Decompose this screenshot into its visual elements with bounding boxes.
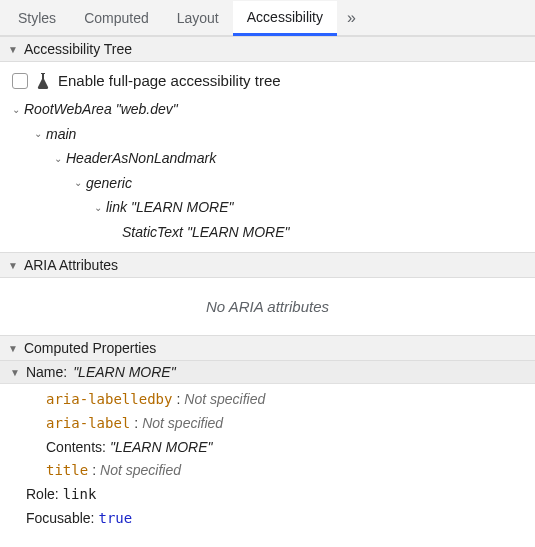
- caret-down-icon: ▼: [8, 343, 18, 354]
- computed-name-row[interactable]: ▼ Name: "LEARN MORE": [0, 361, 535, 384]
- prop-title: title: Not specified: [10, 459, 525, 483]
- accessibility-tree: ⌄ RootWebArea "web.dev" ⌄ main ⌄ HeaderA…: [12, 97, 523, 244]
- tree-node-link[interactable]: ⌄ link "LEARN MORE": [12, 195, 523, 220]
- tree-node-header[interactable]: ⌄ HeaderAsNonLandmark: [12, 146, 523, 171]
- caret-down-icon: ⌄: [54, 150, 62, 168]
- caret-down-icon: ⌄: [12, 101, 20, 119]
- devtools-tabbar: Styles Computed Layout Accessibility »: [0, 0, 535, 36]
- caret-down-icon: ▼: [8, 260, 18, 271]
- section-title: Computed Properties: [24, 340, 156, 356]
- prop-aria-label: aria-label: Not specified: [10, 412, 525, 436]
- caret-down-icon: ▼: [10, 367, 20, 378]
- tab-layout[interactable]: Layout: [163, 0, 233, 35]
- aria-empty-message: No ARIA attributes: [12, 286, 523, 327]
- section-header-accessibility-tree[interactable]: ▼ Accessibility Tree: [0, 36, 535, 62]
- section-header-computed[interactable]: ▼ Computed Properties: [0, 335, 535, 361]
- tab-accessibility[interactable]: Accessibility: [233, 1, 337, 36]
- enable-fullpage-checkbox[interactable]: [12, 73, 28, 89]
- tree-node-main[interactable]: ⌄ main: [12, 122, 523, 147]
- tab-styles[interactable]: Styles: [4, 0, 70, 35]
- computed-name-label: Name:: [26, 364, 67, 380]
- section-title: Accessibility Tree: [24, 41, 132, 57]
- computed-name-value: "LEARN MORE": [73, 364, 176, 380]
- computed-properties-body: aria-labelledby: Not specified aria-labe…: [0, 384, 535, 541]
- section-header-aria[interactable]: ▼ ARIA Attributes: [0, 252, 535, 278]
- flask-icon: [36, 73, 50, 89]
- enable-fullpage-label: Enable full-page accessibility tree: [58, 72, 281, 89]
- tree-node-generic[interactable]: ⌄ generic: [12, 171, 523, 196]
- tree-node-rootwebarea[interactable]: ⌄ RootWebArea "web.dev": [12, 97, 523, 122]
- caret-down-icon: ⌄: [34, 125, 42, 143]
- prop-contents: Contents: "LEARN MORE": [10, 436, 525, 460]
- prop-focusable: Focusable: true: [10, 507, 525, 531]
- aria-body: No ARIA attributes: [0, 278, 535, 335]
- tree-node-statictext[interactable]: StaticText "LEARN MORE": [12, 220, 523, 245]
- caret-down-icon: ⌄: [74, 174, 82, 192]
- prop-role: Role: link: [10, 483, 525, 507]
- accessibility-tree-body: Enable full-page accessibility tree ⌄ Ro…: [0, 62, 535, 252]
- tabs-overflow-button[interactable]: »: [337, 9, 366, 27]
- prop-aria-labelledby: aria-labelledby: Not specified: [10, 388, 525, 412]
- enable-fullpage-row[interactable]: Enable full-page accessibility tree: [12, 70, 523, 97]
- caret-down-icon: ⌄: [94, 199, 102, 217]
- section-title: ARIA Attributes: [24, 257, 118, 273]
- tab-computed[interactable]: Computed: [70, 0, 163, 35]
- caret-down-icon: ▼: [8, 44, 18, 55]
